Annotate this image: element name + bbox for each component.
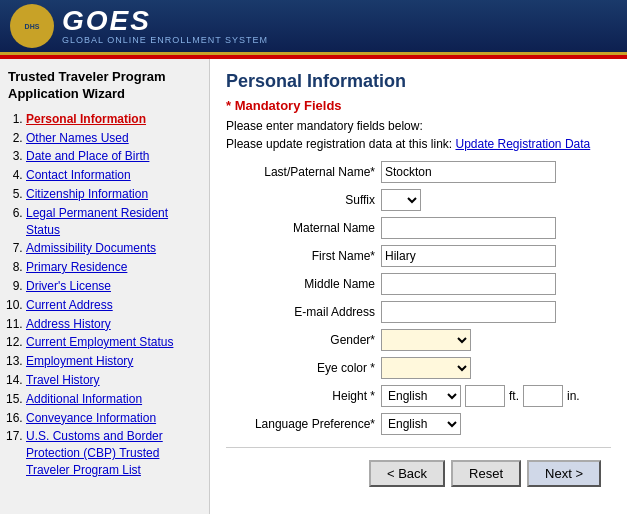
sidebar-item-legal-resident[interactable]: Legal Permanent Resident Status	[26, 205, 201, 239]
sidebar-link-personal-information[interactable]: Personal Information	[26, 112, 146, 126]
intro-text: Please enter mandatory fields below:	[226, 119, 611, 133]
back-button[interactable]: < Back	[369, 460, 445, 487]
goes-subtitle: GLOBAL ONLINE ENROLLMENT SYSTEM	[62, 35, 268, 45]
sidebar-item-employment-status[interactable]: Current Employment Status	[26, 334, 201, 351]
sidebar-item-conveyance[interactable]: Conveyance Information	[26, 410, 201, 427]
height-in-label: in.	[567, 389, 580, 403]
sidebar-link-conveyance[interactable]: Conveyance Information	[26, 411, 156, 425]
sidebar-link-address-history[interactable]: Address History	[26, 317, 111, 331]
sidebar-item-citizenship[interactable]: Citizenship Information	[26, 186, 201, 203]
height-controls: English Metric ft. in.	[381, 385, 580, 407]
dhs-seal: DHS	[10, 4, 54, 48]
eye-color-label: Eye color *	[226, 361, 381, 375]
sidebar-item-current-address[interactable]: Current Address	[26, 297, 201, 314]
height-unit-select[interactable]: English Metric	[381, 385, 461, 407]
personal-info-form: Last/Paternal Name* Suffix Jr. Sr. II II…	[226, 161, 611, 435]
height-label: Height *	[226, 389, 381, 403]
language-label: Language Preference*	[226, 417, 381, 431]
sidebar-link-other-names[interactable]: Other Names Used	[26, 131, 129, 145]
language-row: Language Preference* English Spanish Fre…	[226, 413, 611, 435]
gender-label: Gender*	[226, 333, 381, 347]
sidebar-item-drivers-license[interactable]: Driver's License	[26, 278, 201, 295]
eye-color-select[interactable]: Black Blue Brown Gray Green Hazel	[381, 357, 471, 379]
middle-name-input[interactable]	[381, 273, 556, 295]
maternal-name-input[interactable]	[381, 217, 556, 239]
form-separator	[226, 447, 611, 448]
page-header: DHS GOES GLOBAL ONLINE ENROLLMENT SYSTEM	[0, 0, 627, 55]
sidebar-item-date-birth[interactable]: Date and Place of Birth	[26, 148, 201, 165]
maternal-name-label: Maternal Name	[226, 221, 381, 235]
sidebar-link-citizenship[interactable]: Citizenship Information	[26, 187, 148, 201]
suffix-label: Suffix	[226, 193, 381, 207]
email-row: E-mail Address	[226, 301, 611, 323]
suffix-row: Suffix Jr. Sr. II III	[226, 189, 611, 211]
sidebar-link-travel-history[interactable]: Travel History	[26, 373, 100, 387]
sidebar-item-address-history[interactable]: Address History	[26, 316, 201, 333]
suffix-select[interactable]: Jr. Sr. II III	[381, 189, 421, 211]
sidebar-item-travel-history[interactable]: Travel History	[26, 372, 201, 389]
gender-row: Gender* Male Female	[226, 329, 611, 351]
gender-select[interactable]: Male Female	[381, 329, 471, 351]
sidebar-link-employment-history[interactable]: Employment History	[26, 354, 133, 368]
next-button[interactable]: Next >	[527, 460, 601, 487]
sidebar-item-cbp-list[interactable]: U.S. Customs and Border Protection (CBP)…	[26, 428, 201, 478]
sidebar-item-primary-residence[interactable]: Primary Residence	[26, 259, 201, 276]
sidebar-title: Trusted Traveler Program Application Wiz…	[8, 69, 201, 103]
goes-title: GOES	[62, 7, 268, 35]
eye-color-row: Eye color * Black Blue Brown Gray Green …	[226, 357, 611, 379]
sidebar-item-employment-history[interactable]: Employment History	[26, 353, 201, 370]
first-name-row: First Name*	[226, 245, 611, 267]
height-ft-input[interactable]	[465, 385, 505, 407]
sidebar-item-additional-info[interactable]: Additional Information	[26, 391, 201, 408]
sidebar-link-legal-resident[interactable]: Legal Permanent Resident Status	[26, 206, 168, 237]
sidebar-item-other-names[interactable]: Other Names Used	[26, 130, 201, 147]
maternal-name-row: Maternal Name	[226, 217, 611, 239]
sidebar-link-primary-residence[interactable]: Primary Residence	[26, 260, 127, 274]
sidebar-link-date-birth[interactable]: Date and Place of Birth	[26, 149, 149, 163]
sidebar-link-cbp-list[interactable]: U.S. Customs and Border Protection (CBP)…	[26, 429, 163, 477]
update-text: Please update registration data at this …	[226, 137, 611, 151]
goes-logo: GOES GLOBAL ONLINE ENROLLMENT SYSTEM	[62, 7, 268, 45]
sidebar-item-admissibility[interactable]: Admissibility Documents	[26, 240, 201, 257]
sidebar-item-contact-info[interactable]: Contact Information	[26, 167, 201, 184]
language-select[interactable]: English Spanish French	[381, 413, 461, 435]
sidebar-nav: Personal Information Other Names Used Da…	[8, 111, 201, 479]
middle-name-row: Middle Name	[226, 273, 611, 295]
first-name-label: First Name*	[226, 249, 381, 263]
sidebar: Trusted Traveler Program Application Wiz…	[0, 59, 210, 514]
height-ft-label: ft.	[509, 389, 519, 403]
middle-name-label: Middle Name	[226, 277, 381, 291]
sidebar-link-drivers-license[interactable]: Driver's License	[26, 279, 111, 293]
sidebar-link-current-address[interactable]: Current Address	[26, 298, 113, 312]
main-layout: Trusted Traveler Program Application Wiz…	[0, 59, 627, 514]
last-name-input[interactable]	[381, 161, 556, 183]
last-name-label: Last/Paternal Name*	[226, 165, 381, 179]
sidebar-item-personal-information[interactable]: Personal Information	[26, 111, 201, 128]
mandatory-label: * Mandatory Fields	[226, 98, 611, 113]
button-row: < Back Reset Next >	[226, 460, 611, 487]
email-label: E-mail Address	[226, 305, 381, 319]
height-row: Height * English Metric ft. in.	[226, 385, 611, 407]
first-name-input[interactable]	[381, 245, 556, 267]
sidebar-link-additional-info[interactable]: Additional Information	[26, 392, 142, 406]
sidebar-link-employment-status[interactable]: Current Employment Status	[26, 335, 173, 349]
reset-button[interactable]: Reset	[451, 460, 521, 487]
height-in-input[interactable]	[523, 385, 563, 407]
email-input[interactable]	[381, 301, 556, 323]
sidebar-link-admissibility[interactable]: Admissibility Documents	[26, 241, 156, 255]
sidebar-link-contact-info[interactable]: Contact Information	[26, 168, 131, 182]
content-area: Personal Information * Mandatory Fields …	[210, 59, 627, 514]
page-title: Personal Information	[226, 71, 611, 92]
update-registration-link[interactable]: Update Registration Data	[455, 137, 590, 151]
last-name-row: Last/Paternal Name*	[226, 161, 611, 183]
